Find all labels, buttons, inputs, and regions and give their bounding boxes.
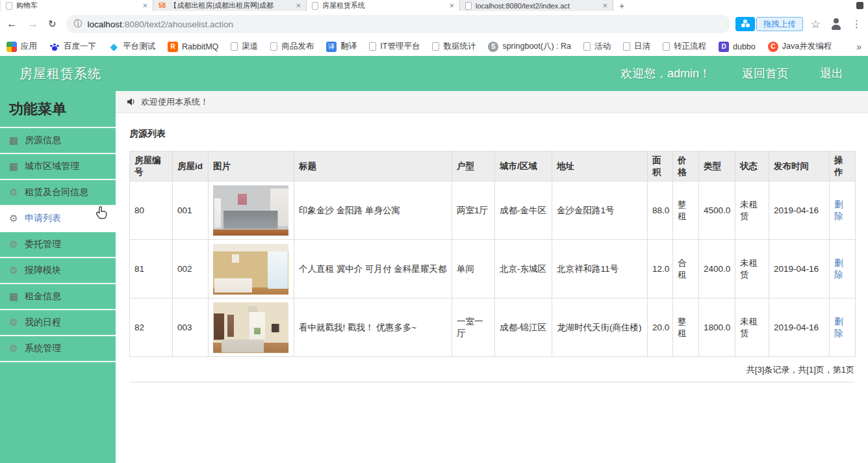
menu-item-icon [8,317,19,328]
bookmark-item[interactable]: dubbo [719,42,756,52]
sidebar-menu-item[interactable]: 委托管理 [0,232,116,258]
sidebar: 功能菜单 房源信息 城市区域管理 租赁及合同信息 [0,91,116,463]
house-table: 房屋编号 房屋id 图片 标题 户型 城市/区域 地址 [129,151,856,357]
tab-title: 房屋租赁系统 [322,1,445,10]
sidebar-menu-item[interactable]: 申请列表 [0,206,116,232]
browser-menu-icon[interactable]: ⋮ [852,18,862,30]
table-header-cell: 房屋id [173,152,209,181]
house-photo [213,302,288,353]
bookmark-item[interactable]: springboot(八) : Ra [488,41,571,52]
cell-layout: 单间 [452,240,495,298]
sidebar-title: 功能菜单 [0,91,116,127]
bookmark-star-icon[interactable]: ☆ [811,18,821,31]
table-header-cell: 标题 [294,152,452,181]
bookmark-favicon-icon [270,42,277,51]
table-header-cell: 地址 [552,152,648,181]
address-bar[interactable]: ⓘ localhost:8080/text2/ahouselist.action [66,15,730,33]
sidebar-menu-item[interactable]: 报障模块 [0,258,116,284]
bookmark-item[interactable]: 翻译 [326,41,357,52]
tab-favicon-icon [159,2,166,10]
browser-tab[interactable]: 购物车 × [0,0,153,11]
notice-text: 欢迎使用本系统！ [141,96,209,108]
sidebar-menu-item[interactable]: 城市区域管理 [0,154,116,180]
sidebar-menu-item[interactable]: 我的日程 [0,310,116,336]
cell-status: 未租赁 [735,181,769,240]
menu-item-icon [8,265,19,276]
cell-price: 整租 [673,181,699,240]
tab-close-icon[interactable]: × [296,1,301,10]
bookmark-item[interactable]: RabbitMQ [168,42,218,52]
table-header-cell: 面积 [648,152,673,181]
menu-item-label: 房源信息 [25,135,61,146]
tab-title: localhost:8080/text2/index.act [476,2,598,10]
bookmark-favicon-icon [326,42,337,52]
table-header-cell: 房屋编号 [130,152,173,181]
reload-button[interactable]: ↻ [48,18,57,30]
tab-close-icon[interactable]: × [602,1,607,10]
bookmark-item[interactable]: 转正流程 [663,41,706,52]
browser-tab[interactable]: 房屋租赁系统 × [307,0,460,11]
forward-button[interactable]: → [27,18,38,31]
cell-type: 1800.0 [699,298,735,357]
browser-tab[interactable]: localhost:8080/text2/index.act × [460,0,613,11]
url-path: :8080/text2/ahouselist.action [122,20,233,29]
bookmark-item[interactable]: 数据统计 [432,41,476,52]
menu-item-label: 租金信息 [25,291,61,302]
new-tab-button[interactable]: + [613,0,630,11]
delete-link[interactable]: 删除 [834,200,843,221]
site-info-icon[interactable]: ⓘ [74,18,83,30]
bookmark-favicon-icon [623,42,630,51]
bookmark-label: 日清 [634,41,650,52]
bookmark-label: Java并发编程 [782,41,832,52]
menu-item-icon [8,291,19,302]
bookmark-item[interactable]: 百度一下 [49,41,96,52]
menu-item-label: 申请列表 [25,213,61,224]
home-link[interactable]: 返回首页 [742,66,789,81]
cell-publish-date: 2019-04-16 [769,298,830,357]
netdisk-extension-icon[interactable] [735,17,755,31]
table-row: 81 002 个人直租 冀中介 可月付 金科星耀天都 单间 北京-东城区 北京祥… [130,240,856,298]
tab-close-icon[interactable]: × [142,1,147,10]
cell-price: 合租 [673,240,699,298]
bookmark-item[interactable]: 活动 [583,41,611,52]
tab-close-icon[interactable]: × [449,1,454,10]
cell-city-area: 成都-金牛区 [495,181,552,240]
delete-link[interactable]: 删除 [834,317,843,338]
cell-layout: 一室一厅 [452,298,495,357]
delete-link[interactable]: 删除 [834,258,843,280]
bookmarks-overflow-icon[interactable]: » [856,42,862,52]
table-header-cell: 城市/区域 [495,152,552,181]
content-area: 房源列表 房屋编号 房屋id 图片 [116,128,868,382]
cell-type: 2400.0 [699,240,735,298]
sidebar-menu-item[interactable]: 租赁及合同信息 [0,180,116,206]
back-button[interactable]: ← [6,18,18,31]
bookmark-item[interactable]: 渠道 [231,41,258,52]
bookmark-item[interactable]: Java并发编程 [768,41,832,52]
table-row: 80 001 印象金沙 金阳路 单身公寓 两室1厅 成都-金牛区 金沙金阳路1号… [130,181,856,240]
sidebar-menu-item[interactable]: 租金信息 [0,284,116,310]
profile-icon[interactable] [830,18,843,31]
bookmark-item[interactable]: 日清 [623,41,650,52]
bookmark-label: IT管理平台 [380,41,420,52]
logout-link[interactable]: 退出 [820,66,843,81]
menu-item-icon [8,161,19,172]
bookmark-item[interactable]: IT管理平台 [369,41,420,52]
sidebar-menu-item[interactable]: 房源信息 [0,128,116,154]
bookmark-item[interactable]: 商品发布 [270,41,314,52]
cell-city-area: 北京-东城区 [495,240,552,298]
window-controls-icon[interactable] [856,2,863,9]
cell-house-id: 002 [173,240,209,298]
browser-tab[interactable]: 【成都出租房|成都出租房网|成都 × [153,0,307,11]
bookmark-item[interactable]: 平台测试 [108,41,155,52]
sidebar-menu-item[interactable]: 系统管理 [0,336,116,362]
menu-item-label: 报障模块 [25,265,61,276]
menu-item-label: 租赁及合同信息 [25,187,88,198]
cell-type: 4500.0 [699,181,735,240]
bookmark-label: 百度一下 [64,41,96,52]
url-text: localhost:8080/text2/ahouselist.action [88,20,233,29]
bookmark-favicon-icon [231,42,238,51]
table-header-row: 房屋编号 房屋id 图片 标题 户型 城市/区域 地址 [130,152,856,181]
bookmark-label: 活动 [594,41,611,52]
bookmark-item[interactable]: 应用 [6,41,37,52]
house-photo [213,244,288,295]
